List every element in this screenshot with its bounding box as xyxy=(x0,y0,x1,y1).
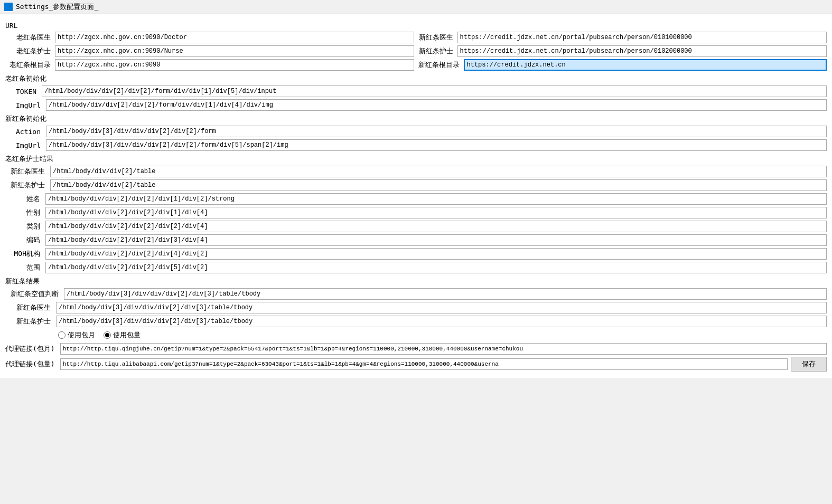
result-moh-row: MOH机构 xyxy=(5,248,827,260)
new-init-imgurl-row: ImgUrl xyxy=(5,139,827,151)
proxy-monthly-row: 代理链接(包月) xyxy=(5,343,827,355)
radio-monthly-label: 使用包月 xyxy=(68,330,95,340)
radio-bulk-circle xyxy=(104,331,111,339)
url-row-doctor: 老红条医生 新红条医生 xyxy=(5,32,827,43)
title-bar: Settings_参数配置页面_ xyxy=(0,0,832,14)
new-root-label: 新红条根目录 xyxy=(418,60,462,70)
new-result-empty-row: 新红条空值判断 xyxy=(5,288,827,300)
result-new-nurse-input[interactable] xyxy=(50,179,827,191)
empty-judge-label: 新红条空值判断 xyxy=(5,289,61,299)
result-name-row: 姓名 xyxy=(5,193,827,205)
token-input[interactable] xyxy=(42,85,827,97)
new-result-nurse-label: 新红条护士 xyxy=(5,317,53,326)
result-type-row: 类别 xyxy=(5,221,827,232)
proxy-bulk-input[interactable] xyxy=(60,358,788,370)
new-imgurl-input[interactable] xyxy=(46,139,827,151)
moh-label: MOH机构 xyxy=(5,249,42,259)
radio-bulk-label: 使用包量 xyxy=(113,330,141,340)
result-code-row: 编码 xyxy=(5,234,827,246)
new-doctor-label: 新红条医生 xyxy=(418,33,455,42)
url-row-root: 老红条根目录 新红条根目录 xyxy=(5,59,827,71)
old-imgurl-input[interactable] xyxy=(46,99,827,111)
proxy-monthly-label: 代理链接(包月) xyxy=(5,344,57,354)
radio-monthly-circle xyxy=(58,331,66,339)
new-result-nurse-row: 新红条护士 xyxy=(5,316,827,327)
proxy-bulk-row: 代理链接(包量) 保存 xyxy=(5,357,827,372)
new-result-section-header: 新红条结果 xyxy=(5,277,827,286)
action-input[interactable] xyxy=(46,126,827,137)
old-init-imgurl-row: ImgUrl xyxy=(5,99,827,111)
token-label: TOKEN xyxy=(5,88,39,96)
proxy-monthly-input[interactable] xyxy=(60,343,827,355)
result-new-nurse-label: 新红条护士 xyxy=(5,180,47,190)
gender-input[interactable] xyxy=(45,207,827,218)
old-root-input[interactable] xyxy=(55,59,414,71)
old-nurse-input[interactable] xyxy=(55,45,414,57)
new-init-action-row: Action xyxy=(5,126,827,137)
result-new-nurse-row: 新红条护士 xyxy=(5,179,827,191)
new-nurse-input[interactable] xyxy=(457,45,827,57)
new-nurse-label: 新红条护士 xyxy=(418,46,455,56)
old-doctor-input[interactable] xyxy=(55,32,414,43)
new-imgurl-label: ImgUrl xyxy=(5,141,43,149)
result-new-doctor-input[interactable] xyxy=(50,166,827,177)
new-root-input[interactable] xyxy=(464,59,827,71)
new-result-doctor-label: 新红条医生 xyxy=(5,303,53,312)
result-gender-row: 性别 xyxy=(5,207,827,218)
empty-judge-input[interactable] xyxy=(64,288,827,300)
url-section-header: URL xyxy=(5,22,827,30)
old-nurse-label: 老红条护士 xyxy=(5,46,53,56)
new-result-doctor-input[interactable] xyxy=(56,302,827,313)
old-imgurl-label: ImgUrl xyxy=(5,101,43,109)
code-input[interactable] xyxy=(45,234,827,246)
code-label: 编码 xyxy=(5,235,42,245)
action-label: Action xyxy=(5,128,43,136)
app-icon xyxy=(4,3,13,11)
name-input[interactable] xyxy=(45,193,827,205)
old-nurse-result-section-header: 老红条护士结果 xyxy=(5,154,827,164)
type-label: 类别 xyxy=(5,222,42,231)
moh-input[interactable] xyxy=(45,248,827,260)
old-init-token-row: TOKEN xyxy=(5,85,827,97)
range-input[interactable] xyxy=(45,262,827,273)
range-label: 范围 xyxy=(5,263,42,272)
url-row-nurse: 老红条护士 新红条护士 xyxy=(5,45,827,57)
gender-label: 性别 xyxy=(5,208,42,217)
new-result-doctor-row: 新红条医生 xyxy=(5,302,827,313)
proxy-bulk-label: 代理链接(包量) xyxy=(5,359,57,369)
new-doctor-input[interactable] xyxy=(457,32,827,43)
title-text: Settings_参数配置页面_ xyxy=(16,2,98,12)
type-input[interactable] xyxy=(45,221,827,232)
old-root-label: 老红条根目录 xyxy=(5,60,53,70)
radio-bulk[interactable]: 使用包量 xyxy=(104,330,141,340)
name-label: 姓名 xyxy=(5,194,42,204)
result-range-row: 范围 xyxy=(5,262,827,273)
result-new-doctor-label: 新红条医生 xyxy=(5,167,47,176)
proxy-type-group: 使用包月 使用包量 xyxy=(58,330,827,340)
result-new-doctor-row: 新红条医生 xyxy=(5,166,827,177)
new-result-nurse-input[interactable] xyxy=(56,316,827,327)
old-init-section-header: 老红条初始化 xyxy=(5,74,827,83)
new-init-section-header: 新红条初始化 xyxy=(5,114,827,123)
old-doctor-label: 老红条医生 xyxy=(5,33,53,42)
save-button[interactable]: 保存 xyxy=(791,357,827,372)
radio-monthly[interactable]: 使用包月 xyxy=(58,330,95,340)
